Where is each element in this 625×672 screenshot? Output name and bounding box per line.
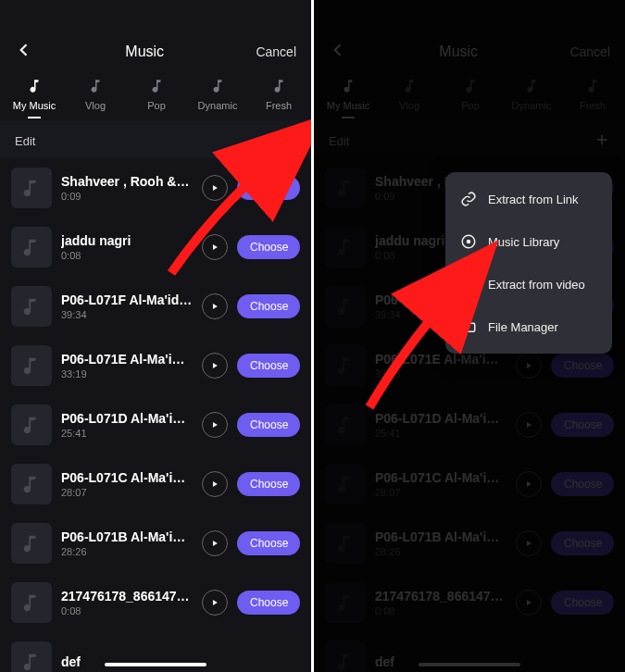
track-duration: 0:09 <box>61 191 193 202</box>
tab-vlog[interactable]: Vlog <box>379 74 440 120</box>
choose-button[interactable]: Choose <box>237 531 300 555</box>
cancel-button[interactable]: Cancel <box>256 44 296 59</box>
choose-button[interactable]: Choose <box>237 176 300 200</box>
music-thumb-icon <box>11 286 52 327</box>
music-thumb-icon <box>11 345 52 386</box>
track-row[interactable]: P06-L071D Al-Ma'ida...25:41Choose <box>314 395 625 454</box>
music-thumb-icon <box>11 641 52 672</box>
play-button[interactable] <box>202 353 228 379</box>
edit-button[interactable]: Edit <box>15 134 35 148</box>
tab-label: Vlog <box>85 100 106 111</box>
choose-button[interactable]: Choose <box>237 413 300 437</box>
home-indicator <box>105 663 206 666</box>
tab-pop[interactable]: Pop <box>126 74 187 120</box>
tab-vlog[interactable]: Vlog <box>65 74 126 120</box>
track-row[interactable]: P06-L071D Al-Ma'ida...25:41Choose <box>0 395 311 454</box>
track-name: P06-L071F Al-Ma'idah... <box>61 292 193 307</box>
choose-button[interactable]: Choose <box>237 591 300 615</box>
track-name: P06-L071B Al-Ma'ida... <box>375 529 506 544</box>
play-button[interactable] <box>202 530 228 556</box>
track-row[interactable]: P06-L071B Al-Ma'ida...28:26Choose <box>314 514 625 573</box>
track-name: P06-L071C Al-Ma'ida... <box>61 470 193 485</box>
choose-button[interactable]: Choose <box>551 591 614 615</box>
phone-left: Music Cancel My Music Vlog Pop Dynamic F… <box>0 0 311 672</box>
add-icon[interactable] <box>594 131 610 151</box>
play-button[interactable] <box>516 412 542 438</box>
tab-dynamic[interactable]: Dynamic <box>187 74 248 120</box>
choose-button[interactable]: Choose <box>551 354 614 378</box>
play-button[interactable] <box>202 590 228 616</box>
category-tabs: My Music Vlog Pop Dynamic Fresh <box>0 67 311 120</box>
track-duration: 25:41 <box>375 428 506 439</box>
tab-label: Dynamic <box>198 100 238 111</box>
tab-my-music[interactable]: My Music <box>4 74 65 120</box>
track-duration: 39:34 <box>61 309 193 320</box>
music-thumb-icon <box>11 168 52 208</box>
play-button[interactable] <box>516 471 542 497</box>
track-duration: 33:19 <box>61 368 193 380</box>
track-name: 217476178_8661470... <box>61 589 193 604</box>
play-button[interactable] <box>516 353 542 379</box>
choose-button[interactable]: Choose <box>237 472 300 496</box>
choose-button[interactable]: Choose <box>237 235 300 259</box>
choose-button[interactable]: Choose <box>237 354 300 378</box>
popup-file-manager[interactable]: File Manager <box>445 305 612 348</box>
popup-label: Extract from Link <box>488 193 579 206</box>
popup-extract-link[interactable]: Extract from Link <box>445 178 612 220</box>
track-row[interactable]: Shahveer , Rooh & Zai...0:09Choose <box>0 158 311 218</box>
play-button[interactable] <box>202 412 228 438</box>
popup-label: File Manager <box>488 320 558 334</box>
tab-label: Pop <box>147 100 166 111</box>
note-icon <box>340 78 356 96</box>
back-icon[interactable] <box>329 41 347 63</box>
track-meta: P06-L071E Al-Ma'ida...33:19 <box>375 352 506 380</box>
play-button[interactable] <box>516 530 542 556</box>
back-icon[interactable] <box>15 41 33 63</box>
add-icon[interactable] <box>280 131 296 151</box>
track-duration: 0:08 <box>61 250 193 261</box>
popup-extract-video[interactable]: Extract from video <box>445 263 612 305</box>
track-meta: 217476178_8661470...0:08 <box>61 589 193 616</box>
note-icon <box>270 78 287 96</box>
tab-my-music[interactable]: My Music <box>318 74 379 120</box>
choose-button[interactable]: Choose <box>551 531 614 555</box>
track-row[interactable]: jaddu nagri0:08Choose <box>0 218 311 277</box>
play-button[interactable] <box>202 234 228 260</box>
music-thumb-icon <box>325 464 366 504</box>
popup-music-library[interactable]: Music Library <box>445 220 612 263</box>
track-row[interactable]: P06-L071C Al-Ma'ida...28:07Choose <box>0 454 311 514</box>
track-meta: P06-L071D Al-Ma'ida...25:41 <box>375 411 506 439</box>
play-button[interactable] <box>202 293 228 319</box>
tab-fresh[interactable]: Fresh <box>248 74 309 120</box>
tab-dynamic[interactable]: Dynamic <box>501 74 562 120</box>
titlebar: Music Cancel <box>314 33 625 67</box>
play-button[interactable] <box>202 471 228 497</box>
music-thumb-icon <box>11 404 52 445</box>
track-duration: 0:08 <box>61 605 193 616</box>
track-duration: 28:07 <box>375 487 506 498</box>
choose-button[interactable]: Choose <box>237 294 300 318</box>
video-icon <box>460 276 477 292</box>
track-row[interactable]: P06-L071F Al-Ma'idah...39:34Choose <box>0 277 311 336</box>
track-name: P06-L071E Al-Ma'ida... <box>375 352 506 367</box>
cancel-button[interactable]: Cancel <box>569 44 610 59</box>
track-row[interactable]: 217476178_8661470...0:08Choose <box>314 573 625 632</box>
play-button[interactable] <box>202 175 228 201</box>
track-row[interactable]: 217476178_8661470...0:08Choose <box>0 573 311 632</box>
tab-fresh[interactable]: Fresh <box>562 74 623 120</box>
track-row[interactable]: P06-L071E Al-Ma'ida...33:19Choose <box>0 336 311 395</box>
choose-button[interactable]: Choose <box>551 413 614 437</box>
track-duration: 25:41 <box>61 428 193 439</box>
play-button[interactable] <box>516 590 542 616</box>
track-name: P06-L071D Al-Ma'ida... <box>375 411 506 426</box>
choose-button[interactable]: Choose <box>551 472 614 496</box>
edit-button[interactable]: Edit <box>329 134 349 148</box>
page-title: Music <box>125 44 164 60</box>
track-row[interactable]: P06-L071C Al-Ma'ida...28:07Choose <box>314 454 625 514</box>
tab-label: Vlog <box>399 100 419 111</box>
track-duration: 33:19 <box>375 368 506 380</box>
track-meta: P06-L071C Al-Ma'ida...28:07 <box>61 470 193 498</box>
track-meta: P06-L071E Al-Ma'ida...33:19 <box>61 352 193 380</box>
tab-pop[interactable]: Pop <box>440 74 501 120</box>
track-row[interactable]: P06-L071B Al-Ma'ida...28:26Choose <box>0 514 311 573</box>
